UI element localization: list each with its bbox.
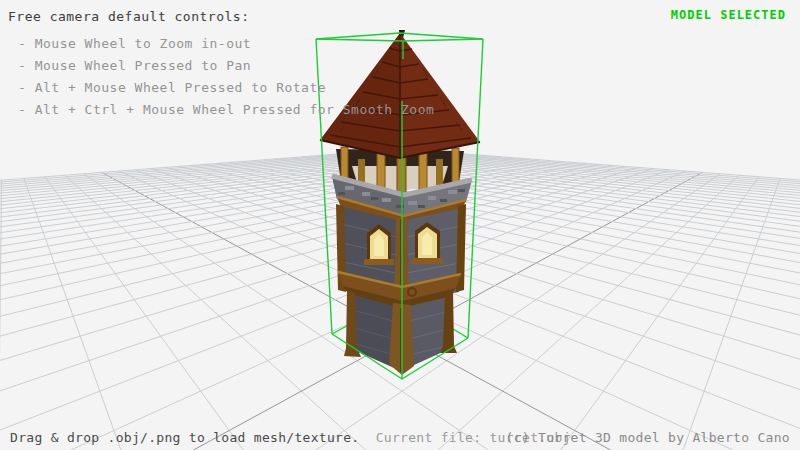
roof xyxy=(320,30,480,158)
help-item-zoom: - Mouse Wheel to Zoom in-out xyxy=(18,36,251,51)
drop-hint-text: Drag & drop .obj/.png to load mesh/textu… xyxy=(10,430,359,445)
footer-hint: Drag & drop .obj/.png to load mesh/textu… xyxy=(10,430,571,445)
credit-label: (c) Turret 3D model by Alberto Cano xyxy=(506,430,790,445)
turret-model[interactable] xyxy=(320,30,480,375)
help-item-pan: - Mouse Wheel Pressed to Pan xyxy=(18,58,251,73)
viewport-3d[interactable]: Free camera default controls: - Mouse Wh… xyxy=(0,0,800,450)
help-item-smooth-zoom: - Alt + Ctrl + Mouse Wheel Pressed for S… xyxy=(18,102,434,117)
help-item-rotate: - Alt + Mouse Wheel Pressed to Rotate xyxy=(18,80,326,95)
help-title: Free camera default controls: xyxy=(8,9,249,24)
status-badge: MODEL SELECTED xyxy=(671,8,786,22)
